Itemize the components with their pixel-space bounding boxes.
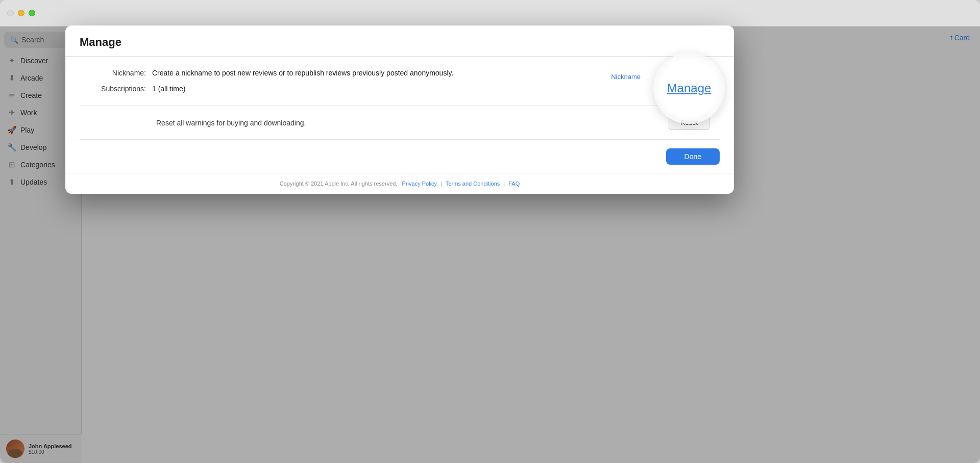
nickname-label: Nickname:: [80, 68, 146, 77]
account-section: Nickname: Create a nickname to post new …: [80, 57, 720, 106]
minimize-button[interactable]: [18, 10, 24, 16]
field-rows: Nickname: Create a nickname to post new …: [80, 68, 597, 94]
close-button[interactable]: [7, 10, 14, 16]
privacy-policy-link[interactable]: Privacy Policy: [402, 181, 437, 187]
modal-copyright: Copyright © 2021 Apple Inc. All rights r…: [65, 173, 734, 194]
copyright-text: Copyright © 2021 Apple Inc. All rights r…: [280, 181, 398, 187]
manage-spotlight: Manage: [653, 53, 725, 124]
modal-body: Nickname: Create a nickname to post new …: [65, 57, 734, 140]
modal-footer: Done: [65, 140, 734, 173]
nickname-row: Nickname: Create a nickname to post new …: [80, 68, 597, 79]
faq-link[interactable]: FAQ: [508, 181, 520, 187]
manage-link[interactable]: Manage: [667, 81, 712, 95]
manage-modal: Manage Nickname: Create a nickname to po…: [65, 25, 734, 194]
separator-2: |: [503, 181, 505, 187]
separator-1: |: [440, 181, 442, 187]
maximize-button[interactable]: [29, 10, 35, 16]
nickname-link-partial[interactable]: Nickname: [611, 73, 641, 81]
title-bar: [0, 0, 980, 27]
nickname-value: Create a nickname to post new reviews or…: [152, 68, 597, 79]
reset-description: Reset all warnings for buying and downlo…: [80, 119, 669, 127]
app-background: 🔍 Search ✦ Discover ⬇ Arcade ✏ Create ✈ …: [0, 0, 980, 463]
done-button[interactable]: Done: [666, 148, 720, 165]
subscriptions-label: Subscriptions:: [80, 84, 146, 93]
subscriptions-row: Subscriptions: 1 (all time): [80, 84, 597, 94]
modal-header: Manage: [65, 25, 734, 57]
reset-section: Reset all warnings for buying and downlo…: [80, 106, 720, 140]
subscriptions-value: 1 (all time): [152, 84, 597, 94]
terms-link[interactable]: Terms and Conditions: [446, 181, 500, 187]
modal-title: Manage: [80, 36, 121, 48]
